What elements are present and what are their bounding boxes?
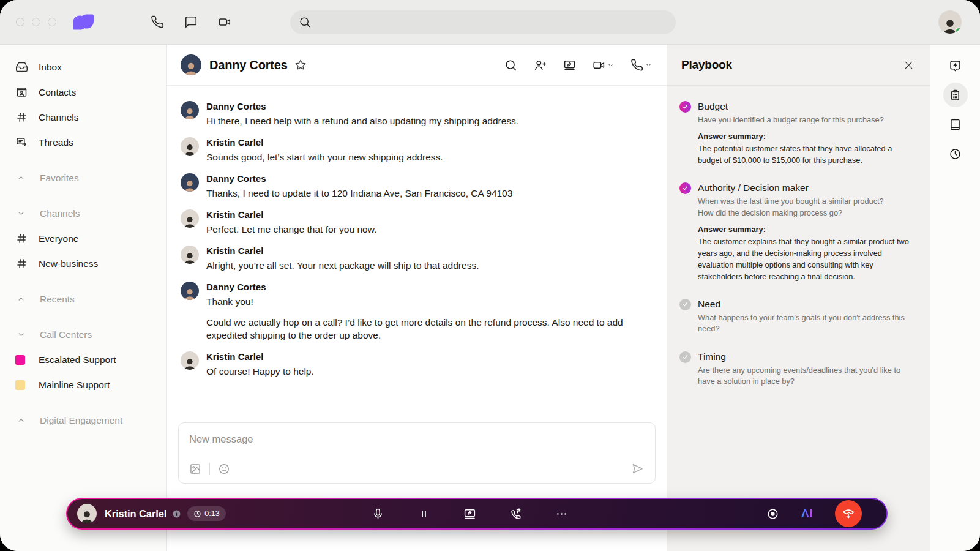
person-silhouette-icon [78,509,95,523]
message-text: Alright, you’re all set. Your next packa… [206,259,479,272]
person-silhouette-icon [182,178,198,192]
message-author: Danny Cortes [206,173,512,184]
answer-summary-text: The potential customer states that they … [698,143,916,166]
window-zoom-button[interactable] [48,18,56,26]
message: Kristin Carlel Sounds good, let’s start … [181,137,651,163]
share-screen-icon[interactable] [463,508,476,520]
end-call-button[interactable] [835,500,862,527]
emoji-icon[interactable] [218,463,230,475]
hash-icon [15,257,28,270]
video-icon [593,59,605,72]
message-composer: New message [178,422,656,484]
message-author: Kristin Carlel [206,246,479,257]
video-nav-icon[interactable] [218,15,231,29]
phone-nav-icon[interactable] [151,15,164,29]
call-right-controls: Λi [568,500,862,527]
sidebar-item-everyone[interactable]: Everyone [0,226,166,251]
avatar [181,282,199,300]
message: Danny Cortes Thanks, I need to update it… [181,173,651,200]
chevron-up-icon [17,294,26,304]
rail-playbook-button[interactable] [943,83,968,107]
favorite-star-button[interactable] [294,59,307,71]
rail-notes-button[interactable] [943,112,968,137]
attach-image-icon[interactable] [189,463,201,475]
sidebar-item-new-business[interactable]: New-business [0,251,166,276]
transfer-call-icon[interactable] [509,508,522,520]
add-person-icon[interactable] [534,59,547,72]
chevron-up-icon [17,173,26,182]
playbook-question: Are there any upcoming events/deadlines … [698,365,916,388]
person-silhouette-icon [182,142,198,156]
sidebar-section-label: Call Centers [40,329,92,340]
playbook-item-title: Timing [698,351,916,362]
chat-nav-icon[interactable] [184,15,198,29]
hash-icon [15,232,28,245]
playbook-header: Playbook [667,45,930,86]
message: Kristin Carlel Alright, you’re all set. … [181,246,651,272]
ai-logo[interactable]: Λi [801,507,813,520]
person-silhouette-icon [182,214,198,228]
sidebar-item-channels[interactable]: Channels [0,105,166,130]
call-center-color-swatch [15,355,25,365]
send-icon [630,462,645,476]
close-icon [903,59,915,71]
rail-ai-assistant-button[interactable] [943,53,968,78]
window-minimize-button[interactable] [32,18,40,26]
playbook-item-title: Authority / Decision maker [698,182,916,193]
sidebar-item-escalated-support[interactable]: Escalated Support [0,347,166,372]
dialpad-logo [72,14,94,31]
toolbar-divider [209,463,210,475]
check-circle-icon [679,101,691,113]
record-call-icon[interactable] [766,508,779,520]
message-author: Kristin Carlel [206,351,314,362]
sidebar-section-label: Channels [40,208,80,219]
answer-summary-label: Answer summary: [698,225,916,234]
sidebar-item-label: Channels [39,112,79,123]
chevron-up-icon [17,416,26,425]
composer-toolbar [189,462,645,476]
message-text: Could we actually hop on a call? I’d lik… [206,316,629,342]
window-controls [16,18,56,26]
chat-actions [504,59,652,72]
contact-avatar [181,54,201,75]
mute-mic-icon[interactable] [372,508,384,520]
hold-pause-icon[interactable] [417,508,430,520]
sidebar-section-digital-engagement[interactable]: Digital Engagement [0,408,166,433]
close-playbook-button[interactable] [903,59,915,71]
sidebar-item-mainline-support[interactable]: Mainline Support [0,372,166,397]
clock-icon [193,510,201,518]
chat-title: Danny Cortes [209,58,288,72]
message-text: Sounds good, let’s start with your new s… [206,151,443,163]
playbook-item-need: Need What happens to your team's goals i… [679,298,916,335]
sidebar-item-label: Contacts [39,87,76,98]
global-search-input[interactable] [290,10,676,34]
start-call-button[interactable] [630,59,652,72]
sidebar-section-channels[interactable]: Channels [0,201,166,226]
call-info-button[interactable] [172,509,181,519]
sidebar-item-threads[interactable]: Threads [0,130,166,155]
sidebar-item-contacts[interactable]: Contacts [0,80,166,105]
user-avatar[interactable] [938,10,962,34]
share-screen-icon[interactable] [563,59,576,72]
new-message-input[interactable]: New message [189,433,645,445]
phone-icon [630,59,643,72]
clipboard-icon [949,89,962,102]
sidebar-section-call-centers[interactable]: Call Centers [0,322,166,347]
sidebar-item-inbox[interactable]: Inbox [0,54,166,80]
message: Kristin Carlel Perfect. Let me change th… [181,209,651,236]
window-close-button[interactable] [16,18,24,26]
message: Kristin Carlel Of course! Happy to help. [181,351,651,378]
sidebar-section-recents[interactable]: Recents [0,287,166,312]
more-options-icon[interactable] [555,508,568,520]
contacts-icon [15,86,28,99]
start-video-button[interactable] [593,59,614,72]
sidebar-section-label: Recents [40,294,75,305]
sidebar-section-favorites[interactable]: Favorites [0,165,166,190]
search-in-chat-icon[interactable] [504,59,517,72]
ai-sparkle-bubble-icon [949,59,962,72]
chevron-down-icon [17,209,26,218]
message-text: Thank you! [206,295,629,308]
rail-history-button[interactable] [943,141,968,166]
sidebar-item-label: Escalated Support [39,354,116,365]
send-message-button[interactable] [630,462,645,476]
